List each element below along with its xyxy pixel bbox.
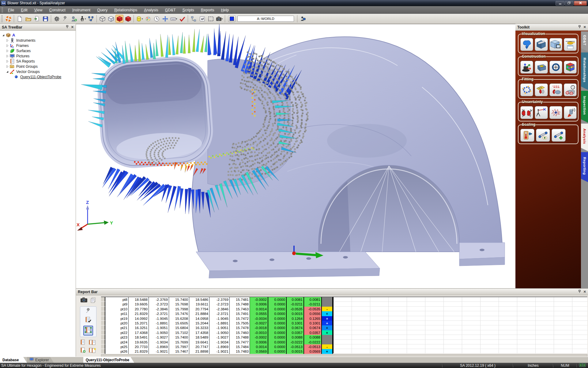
expander-icon[interactable]: [5, 49, 9, 52]
scale-bar-view-icon[interactable]: [536, 129, 550, 142]
uncertainty-cylinder-icon[interactable]: [564, 106, 577, 119]
add-user-icon[interactable]: [70, 15, 78, 23]
menu-reports[interactable]: Reports: [198, 7, 218, 13]
row-selector[interactable]: [101, 340, 105, 344]
toolbar-drag-handle[interactable]: [1, 15, 3, 22]
menu-file[interactable]: File: [5, 7, 17, 13]
view-cube-icon[interactable]: [549, 38, 562, 51]
expander-icon[interactable]: [1, 34, 6, 37]
menu-relationships[interactable]: Relationships: [111, 7, 141, 13]
menu-instrument[interactable]: Instrument: [69, 7, 94, 13]
menu-scripts[interactable]: Scripts: [179, 7, 198, 13]
side-tab-gdt[interactable]: GD&T: [581, 31, 588, 52]
expander-icon[interactable]: [5, 70, 9, 73]
scale-bar-add-icon[interactable]: [552, 129, 566, 142]
import-file-icon[interactable]: [33, 15, 41, 23]
report-row-pt26[interactable]: pt2621.8329-1.902115.746721.8898-1.90211…: [101, 349, 333, 354]
circle-center-icon[interactable]: [549, 61, 562, 74]
report-row-pt25[interactable]: pt2520.7733-1.896915.799720.7747-1.89691…: [101, 344, 333, 349]
solid-block-icon[interactable]: [535, 61, 548, 74]
tree-item-vectorgroups[interactable]: Vector Groups: [1, 69, 76, 74]
menu-gdt[interactable]: GD&T: [162, 7, 179, 13]
row-selector[interactable]: [101, 316, 105, 321]
camera-icon[interactable]: ▾: [215, 15, 223, 23]
expander-icon[interactable]: [5, 39, 9, 42]
walk-run-icon[interactable]: ▾: [78, 15, 86, 23]
settings-gear-icon[interactable]: [53, 15, 61, 23]
wrench-icon[interactable]: [61, 15, 69, 23]
wire-cube-icon[interactable]: [98, 15, 106, 23]
thermometer-scale-icon[interactable]: [520, 129, 534, 142]
graphics-viewport[interactable]: Z Y X: [76, 24, 515, 288]
report-row-pt19[interactable]: pt1914.0992-1.904515.620814.0958-1.90451…: [101, 316, 333, 321]
side-tab-inspection[interactable]: Inspection: [581, 91, 588, 123]
move-cross-icon[interactable]: [161, 15, 169, 23]
close-panel-icon[interactable]: ✕: [71, 25, 74, 29]
close-button[interactable]: [574, 1, 587, 6]
cylinder-icon[interactable]: ▾: [135, 15, 143, 23]
uncertainty-cloud-icon[interactable]: [549, 106, 562, 119]
solid-cube-icon[interactable]: [115, 15, 123, 23]
menu-query[interactable]: Query: [94, 7, 111, 13]
selection-box-icon[interactable]: [207, 15, 215, 23]
side-tab-analysis[interactable]: Analysis: [581, 124, 588, 151]
points-circle-fit-icon[interactable]: [520, 83, 533, 96]
row-selector[interactable]: [101, 325, 105, 330]
add-report-icon[interactable]: [80, 347, 86, 354]
report-row-pt10[interactable]: pt1020.7780-2.384615.799820.7794-2.38461…: [101, 307, 333, 311]
check-icon[interactable]: [178, 15, 186, 23]
row-selector[interactable]: [101, 330, 105, 335]
copy-icon[interactable]: [90, 297, 96, 305]
tab-explorer[interactable]: Explorer: [27, 357, 54, 363]
report-row-pt11[interactable]: pt1121.8329-2.372115.747621.8884-2.37211…: [101, 311, 333, 316]
row-selector[interactable]: [101, 349, 105, 354]
clipping-plane-icon[interactable]: [535, 38, 548, 51]
row-selector[interactable]: [101, 344, 105, 349]
callout-icon[interactable]: [520, 38, 533, 51]
uncertainty-tripod-icon[interactable]: [535, 106, 548, 119]
menu-edit[interactable]: Edit: [17, 7, 31, 13]
menu-view[interactable]: View: [31, 7, 46, 13]
surface-gauge-icon[interactable]: [564, 83, 577, 96]
new-report-icon[interactable]: [80, 339, 86, 346]
pin-icon[interactable]: [66, 25, 69, 29]
tab-database[interactable]: Database: [0, 357, 27, 363]
report-bar-mode-icon[interactable]: [83, 326, 93, 335]
report-row-pt23[interactable]: pt2318.5491-1.902715.740018.5489-1.90271…: [101, 335, 333, 339]
expander-icon[interactable]: [5, 44, 9, 47]
report-row-pt20[interactable]: pt2015.2071-1.889115.650515.2044-1.88911…: [101, 321, 333, 325]
points-magnet-icon[interactable]: [549, 83, 562, 96]
side-tab-reporting[interactable]: Reporting: [581, 152, 588, 182]
close-panel-icon[interactable]: ✕: [583, 290, 586, 294]
expander-icon[interactable]: [5, 65, 9, 68]
color-swatch-button[interactable]: [228, 15, 236, 22]
report-row-pt21[interactable]: pt2116.3251-1.905115.680416.3233-1.90511…: [101, 325, 333, 330]
report-check-icon[interactable]: [85, 317, 92, 324]
row-selector[interactable]: [101, 297, 105, 302]
lock-frame-button[interactable]: [299, 15, 307, 23]
report-row-pt9[interactable]: pt919.6605-2.372315.769819.6611-2.372315…: [101, 302, 333, 306]
menu-help[interactable]: Help: [218, 7, 232, 13]
active-frame-combo[interactable]: A::WORLD: [237, 16, 294, 22]
row-selector[interactable]: [101, 307, 105, 311]
report-row-pt22[interactable]: pt2217.4368-1.905015.710217.4358-1.90501…: [101, 330, 333, 335]
enter-key-icon[interactable]: [198, 15, 206, 23]
report-row-pt8[interactable]: pt818.5488-2.376915.740018.5486-2.376915…: [101, 297, 333, 302]
pin-icon[interactable]: [578, 25, 581, 29]
expander-icon[interactable]: [5, 55, 9, 58]
solid-cube-icon[interactable]: [124, 15, 132, 23]
magnet-fit-icon[interactable]: [535, 83, 548, 96]
row-selector[interactable]: [101, 302, 105, 306]
tab-report-query[interactable]: Query111-ObjectToProbe: [83, 357, 134, 363]
pin-icon[interactable]: [578, 290, 581, 294]
minimize-button[interactable]: [556, 1, 564, 6]
report-row-pt24[interactable]: pt2419.6635-1.903415.769919.6641-1.90341…: [101, 340, 333, 344]
row-selector[interactable]: [101, 311, 105, 316]
expander-icon[interactable]: [5, 60, 9, 63]
clock-icon[interactable]: [153, 15, 160, 23]
all-reports-icon[interactable]: [89, 339, 96, 346]
snapshot-camera-icon[interactable]: [80, 297, 88, 305]
side-tab-relationships[interactable]: Relationships: [581, 52, 588, 90]
color-cube-icon[interactable]: [564, 61, 577, 74]
construct-wand-icon[interactable]: [520, 61, 533, 74]
